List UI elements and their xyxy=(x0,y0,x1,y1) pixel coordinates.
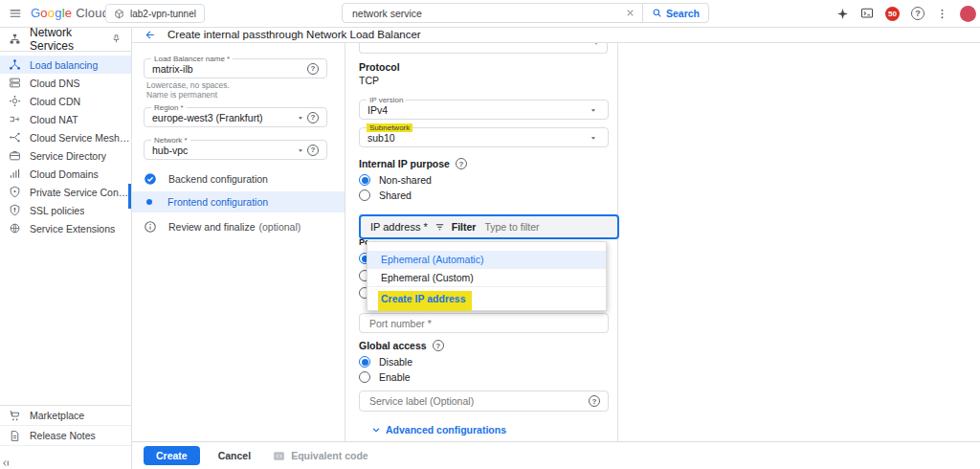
check-circle-icon xyxy=(144,172,157,186)
private-service-connect-icon xyxy=(9,186,21,198)
cloud-nat-icon xyxy=(9,113,21,125)
network-value: hub-vpc xyxy=(152,145,294,156)
lb-name-value: matrix-ilb xyxy=(152,63,307,75)
sidebar-item-release-notes[interactable]: Release Notes xyxy=(0,426,131,445)
sidebar-item-service-directory[interactable]: Service Directory xyxy=(0,146,131,165)
network-select[interactable]: Network * hub-vpc xyxy=(144,140,327,160)
gcp-console: Google Cloud lab2-vpn-tunnel Search xyxy=(0,0,980,469)
divider xyxy=(0,445,131,446)
help-icon[interactable] xyxy=(433,340,444,351)
sidebar-item-cloud-dns[interactable]: Cloud DNS xyxy=(0,74,131,92)
content: Load Balancer name * matrix-ilb Lowercas… xyxy=(131,42,980,442)
action-bar: Create Cancel Equivalent code xyxy=(131,441,980,469)
global-access-label: Global access xyxy=(359,340,444,351)
port-number-input[interactable] xyxy=(368,317,600,330)
service-directory-icon xyxy=(9,149,21,162)
radio-shared[interactable]: Shared xyxy=(359,189,412,202)
internal-ip-purpose-label: Internal IP purpose xyxy=(359,158,467,169)
sidebar-item-private-service-connect[interactable]: Private Service Connect xyxy=(0,183,131,201)
service-label-field[interactable] xyxy=(359,391,609,412)
clear-search-icon[interactable] xyxy=(618,8,642,18)
step-frontend-configuration[interactable]: Frontend configuration xyxy=(131,191,345,212)
gemini-icon[interactable] xyxy=(836,8,849,20)
notifications-badge[interactable]: 50 xyxy=(885,7,900,21)
ssl-policies-icon xyxy=(9,204,21,216)
help-icon[interactable] xyxy=(456,158,467,169)
sidebar-header: Network Services xyxy=(0,27,131,52)
subnetwork-value: sub10 xyxy=(368,132,587,144)
search-bar: Search xyxy=(342,3,709,23)
google-cloud-logo[interactable]: Google Cloud xyxy=(31,6,109,20)
arrow-drop-down-icon xyxy=(296,145,305,155)
region-value: europe-west3 (Frankfurt) xyxy=(152,112,294,123)
help-icon[interactable] xyxy=(307,145,319,156)
help-icon[interactable] xyxy=(911,7,924,20)
project-name: lab2-vpn-tunnel xyxy=(130,9,196,19)
option-ephemeral-custom[interactable]: Ephemeral (Custom) xyxy=(368,268,606,287)
step-backend-configuration[interactable]: Backend configuration xyxy=(131,169,345,189)
port-number-field[interactable] xyxy=(359,313,609,333)
collapse-sidebar-icon[interactable] xyxy=(0,458,131,469)
equivalent-code-button[interactable]: Equivalent code xyxy=(273,450,368,462)
sidebar-item-cloud-service-mesh[interactable]: Cloud Service Mesh (Traff... xyxy=(0,128,131,146)
search-input[interactable] xyxy=(343,8,618,19)
sidebar-item-service-extensions[interactable]: Service Extensions xyxy=(0,219,131,237)
sidebar-item-load-balancing[interactable]: Load balancing xyxy=(0,56,131,74)
protocol-label: Protocol xyxy=(359,61,400,73)
menu-icon[interactable] xyxy=(9,7,22,20)
radio-enable[interactable]: Enable xyxy=(359,370,411,384)
info-icon xyxy=(144,220,157,234)
sidebar-bottom: Marketplace Release Notes xyxy=(0,405,131,469)
divider xyxy=(345,42,345,442)
option-ephemeral-automatic[interactable]: Ephemeral (Automatic) xyxy=(368,251,606,268)
subnetwork-select[interactable]: Subnetwork sub10 xyxy=(359,127,609,147)
marketplace-icon xyxy=(9,410,21,422)
ip-version-select[interactable]: IP version IPv4 xyxy=(359,100,609,120)
sidebar-item-cloud-domains[interactable]: Cloud Domains xyxy=(0,165,131,183)
cloud-cdn-icon xyxy=(9,95,21,107)
cloud-shell-icon[interactable] xyxy=(860,7,874,20)
help-icon[interactable] xyxy=(307,112,319,123)
release-notes-icon xyxy=(9,430,21,442)
create-button[interactable]: Create xyxy=(144,446,200,465)
help-icon[interactable] xyxy=(307,63,319,75)
scrolled-field-partial[interactable]: ▾ xyxy=(359,42,608,54)
filter-icon xyxy=(434,222,445,233)
radio-non-shared[interactable]: Non-shared xyxy=(359,173,432,187)
ip-address-combobox[interactable]: IP address * Filter xyxy=(359,214,619,239)
service-label-input[interactable] xyxy=(368,394,589,408)
sidebar-item-marketplace[interactable]: Marketplace xyxy=(0,406,131,425)
avatar[interactable] xyxy=(960,6,976,22)
ip-filter-input[interactable] xyxy=(482,220,617,234)
region-select[interactable]: Region * europe-west3 (Frankfurt) xyxy=(144,107,327,127)
radio-unselected-icon xyxy=(359,371,370,383)
cancel-button[interactable]: Cancel xyxy=(212,449,256,462)
pin-icon[interactable] xyxy=(111,34,122,44)
more-vert-icon[interactable] xyxy=(936,8,948,20)
radio-disable[interactable]: Disable xyxy=(359,355,412,368)
lb-name-helper: Lowercase, no spaces. Name is permanent xyxy=(146,80,230,100)
sidebar-item-cloud-nat[interactable]: Cloud NAT xyxy=(0,110,131,128)
chevron-down-icon xyxy=(371,425,381,435)
load-balancing-icon xyxy=(9,58,21,71)
project-icon xyxy=(114,9,124,19)
top-actions: 50 xyxy=(836,0,976,27)
help-icon[interactable] xyxy=(589,395,600,407)
back-arrow-icon[interactable] xyxy=(144,29,156,41)
create-ip-address-link[interactable]: Create IP address xyxy=(378,291,472,311)
step-review-finalize[interactable]: Review and finalize (optional) xyxy=(131,217,345,236)
top-bar: Google Cloud lab2-vpn-tunnel Search xyxy=(0,0,980,28)
project-selector[interactable]: lab2-vpn-tunnel xyxy=(105,4,205,23)
sidebar-nav: Load balancing Cloud DNS Cloud CDN Cloud… xyxy=(0,56,131,237)
lb-name-field[interactable]: Load Balancer name * matrix-ilb xyxy=(144,58,327,78)
sidebar-item-ssl-policies[interactable]: SSL policies xyxy=(0,201,131,219)
search-button[interactable]: Search xyxy=(642,4,708,22)
search-icon xyxy=(652,8,662,18)
sidebar-scrollbar[interactable] xyxy=(128,184,131,209)
cloud-service-mesh-icon xyxy=(9,131,21,144)
cloud-wordmark: Cloud xyxy=(76,6,109,20)
arrow-drop-down-icon xyxy=(589,133,598,143)
advanced-configurations-link[interactable]: Advanced configurations xyxy=(371,424,506,436)
arrow-drop-down-icon xyxy=(589,105,598,115)
sidebar-item-cloud-cdn[interactable]: Cloud CDN xyxy=(0,92,131,110)
